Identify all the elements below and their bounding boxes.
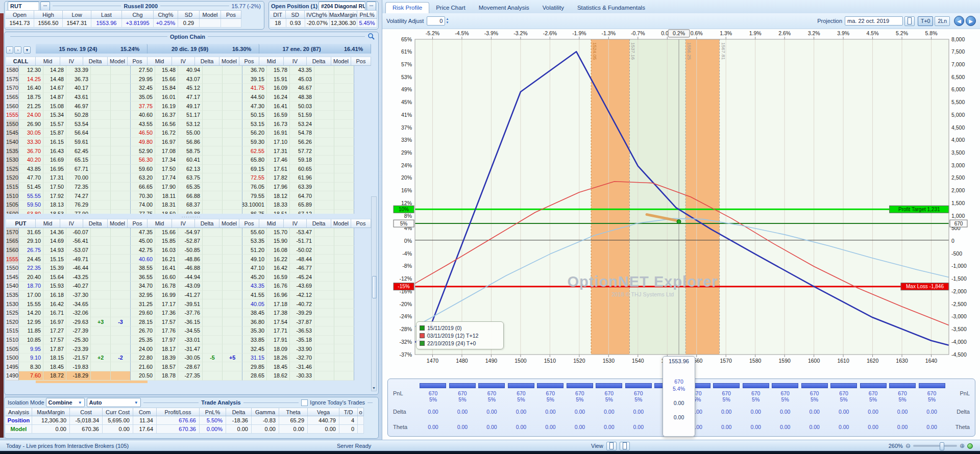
model-cell[interactable] <box>314 291 334 300</box>
model-cell[interactable] <box>91 191 111 200</box>
mid-cell[interactable]: 45.00 <box>131 237 155 246</box>
pos-cell[interactable] <box>334 138 354 147</box>
pos-cell[interactable] <box>111 344 131 354</box>
model-cell[interactable] <box>91 165 111 174</box>
model-cell[interactable] <box>91 210 111 214</box>
model-cell[interactable] <box>203 309 223 318</box>
pos-cell[interactable] <box>334 336 354 345</box>
pos-cell[interactable] <box>223 191 242 200</box>
mid-cell[interactable]: 59.50 <box>19 200 43 210</box>
model-cell[interactable] <box>314 146 334 156</box>
model-cell[interactable] <box>91 102 111 111</box>
model-cell[interactable]: -5 <box>203 354 223 363</box>
model-cell[interactable] <box>91 326 111 336</box>
model-cell[interactable] <box>314 102 334 111</box>
pos-cell[interactable] <box>334 183 354 192</box>
mid-cell[interactable]: 40.60 <box>131 111 155 120</box>
option-row[interactable]: 156021.2515.0846.9737.7516.1949.1747.301… <box>6 102 377 111</box>
pos-cell[interactable] <box>223 317 242 326</box>
model-cell[interactable] <box>91 66 111 75</box>
mid-cell[interactable]: 36.80 <box>242 317 267 326</box>
pos-cell[interactable] <box>223 264 242 273</box>
model-cell[interactable] <box>91 362 111 371</box>
chain-col-header[interactable]: Delta <box>195 219 219 228</box>
option-row[interactable]: 155026.9015.5753.5443.5516.5653.1253.151… <box>6 120 377 129</box>
pos-cell[interactable] <box>223 165 242 174</box>
pos-cell[interactable] <box>223 93 242 102</box>
pos-cell[interactable] <box>223 120 242 129</box>
pos-cell[interactable] <box>111 200 131 210</box>
option-row[interactable]: 152047.7017.3170.0063.2017.7463.7572.551… <box>6 173 377 183</box>
zoom-slider-thumb[interactable] <box>940 442 944 450</box>
pos-cell[interactable] <box>111 210 131 214</box>
mid-cell[interactable]: 55.55 <box>19 191 43 200</box>
pos-cell[interactable] <box>334 246 354 255</box>
pos-cell[interactable] <box>223 291 242 300</box>
mid-cell[interactable]: 45.20 <box>242 272 267 282</box>
mid-cell[interactable]: 35.30 <box>242 326 267 336</box>
model-cell[interactable] <box>314 326 334 336</box>
mid-cell[interactable]: 47.30 <box>242 102 267 111</box>
mid-cell[interactable]: 53.15 <box>242 120 267 129</box>
pos-cell[interactable] <box>111 282 131 291</box>
model-cell[interactable] <box>203 146 223 156</box>
mid-cell[interactable]: 66.65 <box>131 183 155 192</box>
pos-cell[interactable] <box>334 264 354 273</box>
option-row[interactable]: 155524.0015.3450.2840.6016.3751.1750.151… <box>6 111 377 120</box>
model-cell[interactable] <box>91 291 111 300</box>
mid-cell[interactable]: 37.75 <box>131 102 155 111</box>
option-row[interactable]: 157031.6514.36-60.0747.3515.66-54.9755.6… <box>6 228 377 237</box>
mid-cell[interactable]: 76.05 <box>242 183 267 192</box>
model-cell[interactable] <box>314 173 334 183</box>
pos-cell[interactable] <box>111 264 131 273</box>
pos-cell[interactable] <box>334 282 354 291</box>
model-cell[interactable] <box>314 336 334 345</box>
mid-cell[interactable]: 34.70 <box>131 282 155 291</box>
model-cell[interactable] <box>203 156 223 165</box>
mid-cell[interactable]: 28.65 <box>242 371 267 381</box>
zoom-in-icon[interactable]: ⊕ <box>960 442 965 449</box>
pos-cell[interactable] <box>111 237 131 246</box>
mid-cell[interactable]: 32.95 <box>131 291 155 300</box>
model-cell[interactable] <box>314 255 334 264</box>
model-cell[interactable] <box>203 183 223 192</box>
view-grid-icon[interactable] <box>606 442 617 450</box>
model-cell[interactable] <box>203 336 223 345</box>
model-cell[interactable] <box>314 317 334 326</box>
pos-cell[interactable] <box>111 191 131 200</box>
option-row[interactable]: 150559.5018.1376.2974.0018.3168.3783.100… <box>6 200 377 210</box>
tab-price-chart[interactable]: Price Chart <box>429 3 472 13</box>
pos-cell[interactable] <box>334 66 354 75</box>
pos-cell[interactable] <box>223 371 242 381</box>
model-cell[interactable] <box>314 237 334 246</box>
mid-cell[interactable]: 63.80 <box>19 210 43 214</box>
model-cell[interactable] <box>203 84 223 93</box>
mid-cell[interactable]: 50.15 <box>242 111 267 120</box>
chain-col-header[interactable]: Delta <box>195 57 219 66</box>
pos-cell[interactable] <box>223 66 242 75</box>
mid-cell[interactable]: 30.05 <box>19 129 43 138</box>
model-cell[interactable] <box>91 264 111 273</box>
option-row[interactable]: 151551.4517.5072.3566.6517.9065.3576.051… <box>6 183 377 192</box>
pos-cell[interactable]: -3 <box>111 317 131 326</box>
mid-cell[interactable]: 11.85 <box>19 326 43 336</box>
mid-cell[interactable]: 42.75 <box>131 246 155 255</box>
model-cell[interactable] <box>91 336 111 345</box>
mid-cell[interactable]: 31.15 <box>242 354 267 363</box>
model-cell[interactable] <box>203 326 223 336</box>
chain-col-header[interactable]: IV <box>172 219 195 228</box>
option-row[interactable]: 158012.3014.2833.3927.5015.4840.9436.701… <box>6 66 377 75</box>
model-cell[interactable] <box>203 371 223 381</box>
model-cell[interactable] <box>91 156 111 165</box>
mid-cell[interactable]: 18.70 <box>19 282 43 291</box>
pos-cell[interactable] <box>111 299 131 309</box>
mid-cell[interactable]: 26.90 <box>19 120 43 129</box>
chain-col-header[interactable]: Mid <box>36 57 60 66</box>
model-cell[interactable] <box>203 210 223 214</box>
model-cell[interactable] <box>91 183 111 192</box>
pos-cell[interactable] <box>334 111 354 120</box>
pos-cell[interactable] <box>111 138 131 147</box>
pos-cell[interactable] <box>111 156 131 165</box>
pos-cell[interactable] <box>223 344 242 354</box>
model-cell[interactable] <box>203 191 223 200</box>
